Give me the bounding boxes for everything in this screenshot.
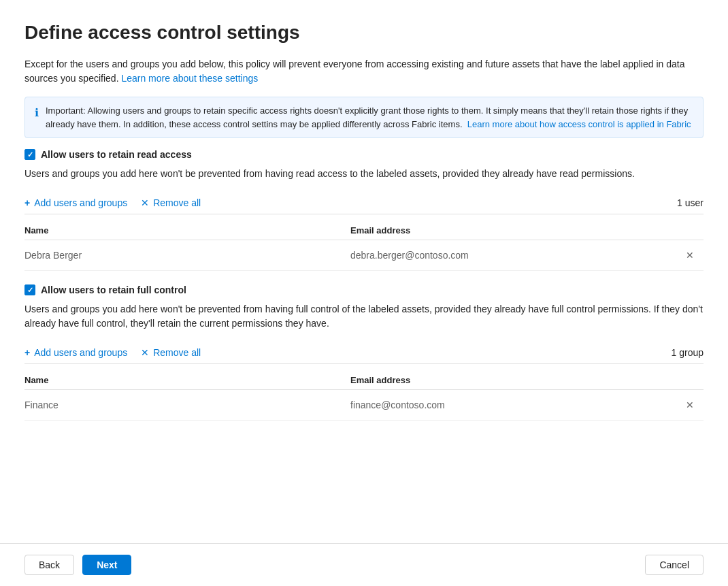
plus-icon bbox=[24, 197, 30, 208]
close-icon: ✕ bbox=[686, 250, 694, 261]
full-control-remove-row-button[interactable]: ✕ bbox=[676, 397, 704, 413]
read-access-checkbox[interactable] bbox=[24, 149, 35, 160]
info-banner: ℹ Important: Allowing users and groups t… bbox=[24, 97, 704, 138]
x-icon-2 bbox=[141, 347, 149, 358]
read-access-actions-row: Add users and groups Remove all 1 user bbox=[24, 192, 704, 214]
read-access-checkbox-row: Allow users to retain read access bbox=[24, 149, 704, 160]
close-icon-2: ✕ bbox=[686, 400, 694, 410]
read-access-row-email: debra.berger@contoso.com bbox=[350, 250, 676, 261]
read-access-col-email: Email address bbox=[350, 225, 676, 235]
info-banner-link[interactable]: Learn more about how access control is a… bbox=[467, 119, 691, 129]
learn-more-link[interactable]: Learn more about these settings bbox=[121, 73, 258, 84]
read-access-add-button[interactable]: Add users and groups bbox=[24, 197, 127, 208]
plus-icon-2 bbox=[24, 347, 30, 358]
next-button[interactable]: Next bbox=[82, 555, 131, 575]
cancel-button[interactable]: Cancel bbox=[645, 555, 704, 575]
read-access-count: 1 user bbox=[677, 197, 704, 208]
read-access-col-name: Name bbox=[24, 225, 350, 235]
full-control-actions-row: Add users and groups Remove all 1 group bbox=[24, 342, 704, 364]
read-access-table-row: Debra Berger debra.berger@contoso.com ✕ bbox=[24, 240, 704, 271]
read-access-remove-all-button[interactable]: Remove all bbox=[141, 197, 201, 208]
footer-left-buttons: Back Next bbox=[24, 555, 131, 575]
full-control-checkbox-row: Allow users to retain full control bbox=[24, 284, 704, 295]
read-access-table-header: Name Email address bbox=[24, 220, 704, 240]
full-control-count: 1 group bbox=[672, 347, 704, 358]
read-access-checkbox-label: Allow users to retain read access bbox=[41, 149, 192, 160]
full-control-col-name: Name bbox=[24, 375, 350, 385]
full-control-checkbox-label: Allow users to retain full control bbox=[41, 284, 186, 295]
back-button[interactable]: Back bbox=[24, 555, 74, 575]
intro-text: Except for the users and groups you add … bbox=[24, 57, 704, 86]
read-access-description: Users and groups you add here won't be p… bbox=[24, 167, 704, 181]
full-control-remove-all-button[interactable]: Remove all bbox=[141, 347, 201, 358]
full-control-col-email: Email address bbox=[350, 375, 676, 385]
full-control-checkbox[interactable] bbox=[24, 284, 35, 295]
full-control-row-email: finance@contoso.com bbox=[350, 400, 676, 410]
footer: Back Next Cancel bbox=[0, 543, 728, 586]
info-icon: ℹ bbox=[35, 105, 39, 121]
page-title: Define access control settings bbox=[24, 22, 704, 44]
read-access-row-name: Debra Berger bbox=[24, 250, 350, 261]
full-control-table-header: Name Email address bbox=[24, 370, 704, 390]
read-access-remove-row-button[interactable]: ✕ bbox=[676, 247, 704, 263]
full-control-add-button[interactable]: Add users and groups bbox=[24, 347, 127, 358]
x-icon bbox=[141, 197, 149, 208]
full-control-row-name: Finance bbox=[24, 400, 350, 410]
full-control-table-row: Finance finance@contoso.com ✕ bbox=[24, 390, 704, 421]
full-control-description: Users and groups you add here won't be p… bbox=[24, 302, 704, 331]
